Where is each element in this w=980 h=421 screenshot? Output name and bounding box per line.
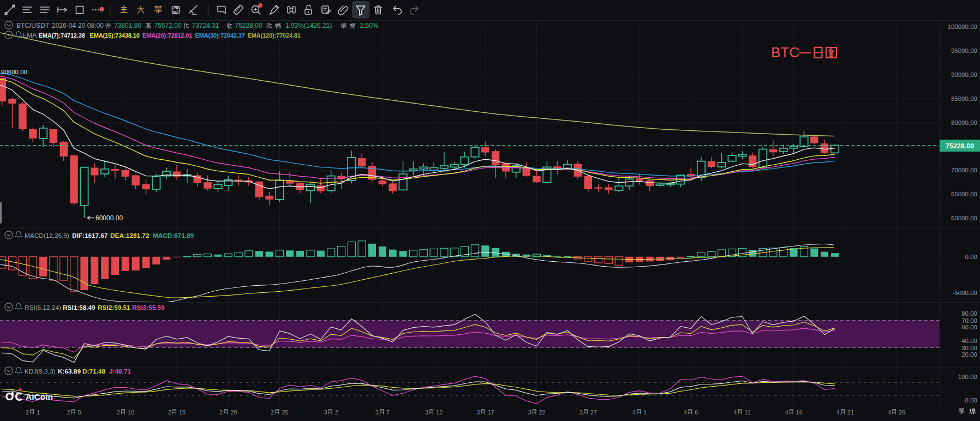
svg-text:EMA(20):72812.01: EMA(20):72812.01 (142, 32, 192, 39)
svg-text:90000.00: 90000.00 (951, 71, 977, 78)
svg-text:3: 3 (425, 409, 428, 416)
svg-text:95000.00: 95000.00 (951, 47, 977, 54)
svg-text:3: 3 (528, 409, 531, 416)
svg-text:100.00: 100.00 (958, 374, 977, 380)
svg-text:30.00: 30.00 (961, 345, 977, 351)
svg-text:25: 25 (282, 409, 288, 416)
svg-text:60.00: 60.00 (961, 324, 977, 330)
svg-text:40.00: 40.00 (961, 338, 977, 344)
svg-text:4: 4 (684, 409, 687, 416)
svg-text:4: 4 (785, 409, 788, 416)
svg-text:DEA:1281.72: DEA:1281.72 (110, 232, 150, 239)
svg-text:80.00: 80.00 (961, 310, 977, 317)
svg-text:-5000.00: -5000.00 (953, 290, 977, 296)
svg-text:6: 6 (695, 409, 698, 416)
svg-text:4: 4 (632, 409, 636, 416)
svg-text:2026-04-20 08:00: 2026-04-20 08:00 (52, 22, 104, 29)
svg-text:20.00: 20.00 (961, 351, 977, 358)
svg-text:RSI3:55.59: RSI3:55.59 (132, 304, 165, 311)
svg-text:K:63.89: K:63.89 (58, 368, 81, 375)
svg-text:75572.00: 75572.00 (154, 22, 182, 29)
svg-text:26: 26 (899, 409, 905, 416)
svg-text:2: 2 (67, 409, 70, 416)
svg-text:2: 2 (219, 409, 223, 416)
svg-text:15: 15 (179, 409, 186, 416)
svg-text:EMA(7):74712.38: EMA(7):74712.38 (39, 32, 85, 39)
svg-text:12: 12 (436, 409, 443, 416)
svg-text:KDJ(9,3,3): KDJ(9,3,3) (25, 368, 55, 375)
svg-text:J:48.71: J:48.71 (109, 368, 131, 375)
svg-text:73801.80: 73801.80 (114, 22, 141, 29)
svg-text:3: 3 (579, 409, 583, 416)
svg-text:75228.00: 75228.00 (235, 22, 262, 29)
svg-text:21: 21 (847, 409, 854, 416)
svg-text:0.00: 0.00 (965, 254, 977, 260)
svg-text:20: 20 (230, 409, 237, 416)
svg-text:RSI1:58.49: RSI1:58.49 (63, 304, 95, 311)
svg-text:7: 7 (386, 409, 390, 416)
svg-text:90600.00: 90600.00 (1, 69, 27, 75)
svg-text:85000.00: 85000.00 (951, 95, 977, 102)
svg-text:70000.00: 70000.00 (951, 167, 977, 173)
svg-text:4: 4 (733, 409, 737, 416)
svg-text:AiCoin: AiCoin (26, 392, 53, 401)
svg-text:2: 2 (117, 409, 120, 416)
svg-text:4: 4 (836, 409, 840, 416)
svg-text:MACD(12,26,9): MACD(12,26,9) (25, 232, 69, 239)
svg-text:80000.00: 80000.00 (951, 119, 977, 126)
svg-text:60000.00: 60000.00 (95, 214, 123, 222)
svg-text:4: 4 (888, 409, 891, 416)
svg-text:65000.00: 65000.00 (951, 191, 977, 197)
svg-text:2: 2 (168, 409, 171, 416)
svg-text:EMA(120):77024.81: EMA(120):77024.81 (248, 32, 301, 39)
svg-text:11: 11 (744, 409, 750, 416)
svg-text:D:71.48: D:71.48 (82, 368, 105, 375)
svg-text:3: 3 (324, 409, 327, 416)
svg-text:0.00: 0.00 (965, 397, 977, 404)
svg-text:22: 22 (539, 409, 546, 416)
svg-text:10: 10 (128, 409, 134, 416)
svg-text:70.00: 70.00 (961, 317, 977, 324)
svg-text:1: 1 (643, 409, 647, 416)
svg-text:2: 2 (335, 409, 338, 416)
svg-text:RSI(6,12,24): RSI(6,12,24) (25, 304, 61, 311)
svg-text:2.50%: 2.50% (360, 22, 379, 29)
svg-text:3: 3 (476, 409, 480, 416)
svg-text:16: 16 (796, 409, 803, 416)
svg-text:MACD:671.89: MACD:671.89 (153, 232, 194, 239)
svg-text:2: 2 (26, 409, 29, 416)
svg-text:1: 1 (37, 409, 40, 416)
svg-text:17: 17 (487, 409, 494, 416)
svg-text:60000.00: 60000.00 (951, 215, 977, 221)
svg-text:RSI2:59.51: RSI2:59.51 (98, 304, 130, 311)
svg-text:EMA(15):73438.10: EMA(15):73438.10 (90, 32, 140, 39)
svg-text:73724.31: 73724.31 (192, 22, 219, 29)
svg-text:1.93%(1426.21): 1.93%(1426.21) (285, 22, 332, 29)
svg-text:DIF:1617.67: DIF:1617.67 (72, 232, 108, 239)
svg-text:EMA(30):72042.37: EMA(30):72042.37 (195, 32, 245, 39)
svg-text:BTC: BTC (771, 44, 799, 61)
svg-text:3: 3 (375, 409, 379, 416)
svg-text:100000.00: 100000.00 (948, 23, 977, 30)
svg-text:EMA: EMA (22, 32, 37, 39)
svg-text:75228.00: 75228.00 (946, 142, 974, 150)
svg-text:2: 2 (271, 409, 274, 416)
svg-text:27: 27 (590, 409, 597, 416)
svg-text:BTC/USDT: BTC/USDT (16, 22, 50, 29)
svg-text:5: 5 (78, 409, 81, 416)
